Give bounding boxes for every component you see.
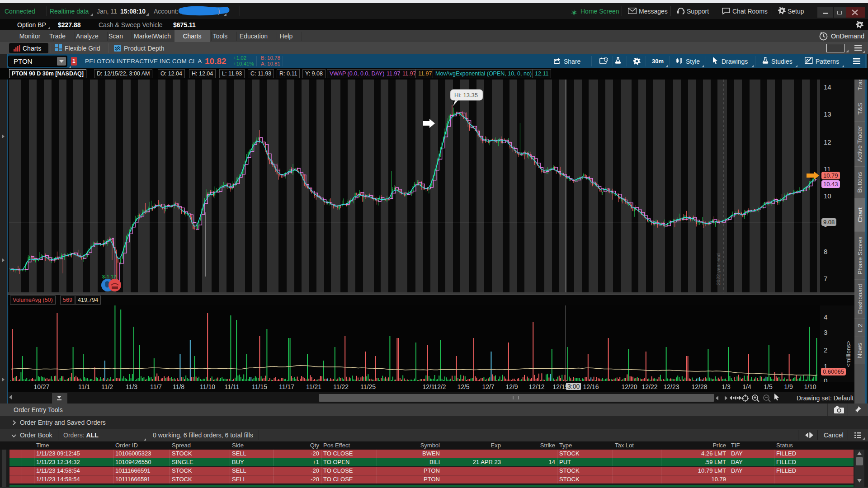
svg-text:2022 year end: 2022 year end [716, 253, 721, 285]
svg-text:Hi: 13.35: Hi: 13.35 [454, 92, 478, 99]
svg-text:$-1.12: $-1.12 [102, 274, 116, 279]
